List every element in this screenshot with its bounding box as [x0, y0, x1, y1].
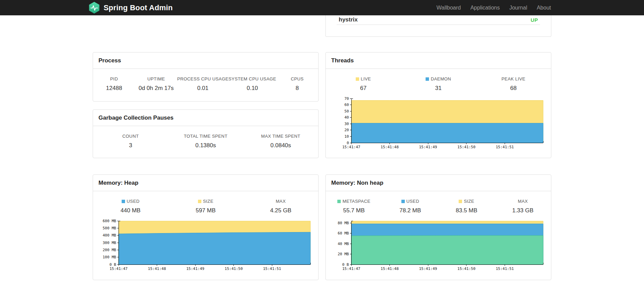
metric-value: 3: [93, 142, 168, 149]
memory-heap-legend: USED 440 MB SIZE 597 MB MAX 4.25 GB: [93, 191, 318, 214]
main-content: hystrix UP Process PID 12488 UPTIME: [93, 15, 551, 280]
svg-text:100 MB: 100 MB: [103, 255, 116, 259]
application-status-badge: UP: [531, 17, 538, 23]
svg-text:15:41:51: 15:41:51: [496, 267, 514, 271]
memory-nonheap-area-chart: 0 B20 MB40 MB60 MB80 MB15:41:4715:41:481…: [327, 218, 550, 273]
metric-label: PID: [93, 76, 135, 81]
legend-label: SIZE: [203, 199, 214, 204]
daemon-series-swatch-icon: [426, 77, 429, 81]
threads-area-chart: 01020304050607015:41:4715:41:4815:41:491…: [327, 96, 550, 152]
svg-text:600 MB: 600 MB: [103, 219, 116, 223]
legend-label: USED: [407, 199, 419, 204]
svg-text:40 MB: 40 MB: [338, 242, 349, 246]
legend-label: DAEMON: [431, 76, 451, 81]
metric-label: PROCESS CPU USAGE: [177, 76, 229, 81]
svg-text:15:41:49: 15:41:49: [419, 267, 437, 271]
gc-pauses-panel: Garbage Collection Pauses COUNT 3 TOTAL …: [93, 109, 319, 158]
metric-value: 12488: [93, 85, 135, 92]
metric-value: 67: [326, 85, 401, 92]
legend-label: USED: [127, 199, 140, 204]
metric-label: MAX: [243, 199, 318, 204]
svg-text:15:41:51: 15:41:51: [263, 267, 281, 271]
metric-gc-max-time: MAX TIME SPENT 0.0840s: [243, 134, 318, 149]
svg-text:400 MB: 400 MB: [103, 233, 116, 238]
legend-label: SIZE: [464, 199, 474, 204]
metric-value: 31: [401, 85, 476, 92]
metric-value: 597 MB: [168, 207, 243, 214]
svg-text:300 MB: 300 MB: [103, 241, 116, 245]
svg-text:15:41:50: 15:41:50: [225, 267, 243, 271]
legend-heap-size: SIZE 597 MB: [168, 199, 243, 214]
metric-label: SYSTEM CPU USAGE: [229, 76, 276, 81]
svg-text:15:41:47: 15:41:47: [342, 267, 361, 271]
svg-text:15:41:50: 15:41:50: [457, 145, 475, 149]
svg-text:500 MB: 500 MB: [103, 226, 116, 230]
metric-value: 8: [276, 85, 318, 92]
threads-panel-title: Threads: [326, 52, 551, 69]
brand-title: Spring Boot Admin: [104, 3, 173, 12]
metric-value: 0.0840s: [243, 142, 318, 149]
gc-panel-title: Garbage Collection Pauses: [93, 110, 318, 126]
svg-text:40: 40: [344, 115, 349, 120]
metric-value: 0d 0h 2m 17s: [135, 85, 177, 92]
svg-text:15:41:48: 15:41:48: [381, 145, 399, 149]
legend-metaspace: METASPACE 55.7 MB: [326, 199, 382, 214]
metric-gc-count: COUNT 3: [93, 134, 168, 149]
legend-live: LIVE 67: [326, 76, 401, 92]
application-row-hystrix[interactable]: hystrix UP: [337, 15, 540, 25]
metric-label: TOTAL TIME SPENT: [168, 134, 243, 139]
metric-value: 78.2 MB: [382, 207, 438, 214]
svg-text:15:41:51: 15:41:51: [496, 145, 514, 149]
svg-text:0: 0: [347, 141, 349, 145]
metric-label: USED: [93, 199, 168, 204]
metric-pid: PID 12488: [93, 76, 135, 92]
svg-text:80 MB: 80 MB: [338, 221, 349, 225]
metric-value: 4.25 GB: [243, 207, 318, 214]
metric-value: 83.5 MB: [439, 207, 495, 214]
process-panel-title: Process: [93, 52, 318, 69]
metric-label: SIZE: [168, 199, 243, 204]
size-series-swatch-icon: [459, 200, 462, 203]
used-series-swatch-icon: [122, 200, 125, 203]
memory-heap-area-chart: 0 B100 MB200 MB300 MB400 MB500 MB600 MB1…: [94, 218, 317, 273]
used-series-swatch-icon: [401, 200, 405, 203]
process-panel: Process PID 12488 UPTIME 0d 0h 2m 17s PR…: [93, 52, 319, 102]
nav-item-about[interactable]: About: [532, 0, 556, 15]
brand-link[interactable]: Spring Boot Admin: [88, 2, 173, 14]
svg-text:20: 20: [344, 128, 349, 132]
metric-label: SIZE: [439, 199, 495, 204]
memory-nonheap-panel-title: Memory: Non heap: [326, 175, 551, 191]
metric-label: COUNT: [93, 134, 168, 139]
svg-text:15:41:47: 15:41:47: [342, 145, 361, 149]
metric-label: MAX: [495, 199, 551, 204]
svg-text:30: 30: [344, 122, 349, 126]
svg-text:15:41:49: 15:41:49: [186, 267, 204, 271]
metric-system-cpu-usage: SYSTEM CPU USAGE 0.10: [229, 76, 276, 92]
metric-label: MAX TIME SPENT: [243, 134, 318, 139]
metric-label: PEAK LIVE: [476, 76, 551, 81]
svg-text:10: 10: [344, 134, 349, 139]
metric-label: DAEMON: [401, 76, 476, 81]
svg-text:70: 70: [344, 96, 349, 101]
metric-label: LIVE: [326, 76, 401, 81]
metric-value: 0.10: [229, 85, 276, 92]
metaspace-series-swatch-icon: [337, 200, 341, 203]
svg-text:50: 50: [344, 109, 349, 113]
spring-boot-admin-logo-icon: [88, 2, 100, 14]
legend-nonheap-size: SIZE 83.5 MB: [439, 199, 495, 214]
legend-peak-live: PEAK LIVE 68: [476, 76, 551, 92]
svg-text:15:41:49: 15:41:49: [419, 145, 437, 149]
metric-value: 440 MB: [93, 207, 168, 214]
navbar: Spring Boot Admin Wallboard Applications…: [0, 0, 644, 15]
threads-legend: LIVE 67 DAEMON 31 PEAK LIVE 68: [326, 69, 551, 92]
memory-nonheap-legend: METASPACE 55.7 MB USED 78.2 MB SIZE 83.5…: [326, 191, 551, 214]
legend-heap-max: MAX 4.25 GB: [243, 199, 318, 214]
memory-heap-panel: Memory: Heap USED 440 MB SIZE 597 MB MAX: [93, 174, 319, 280]
svg-text:200 MB: 200 MB: [103, 248, 116, 252]
nav-item-wallboard[interactable]: Wallboard: [432, 0, 465, 15]
metric-gc-total-time: TOTAL TIME SPENT 0.1380s: [168, 134, 243, 149]
nav-item-applications[interactable]: Applications: [465, 0, 504, 15]
svg-text:15:41:50: 15:41:50: [457, 267, 475, 271]
metric-label: UPTIME: [135, 76, 177, 81]
nav-item-journal[interactable]: Journal: [505, 0, 532, 15]
